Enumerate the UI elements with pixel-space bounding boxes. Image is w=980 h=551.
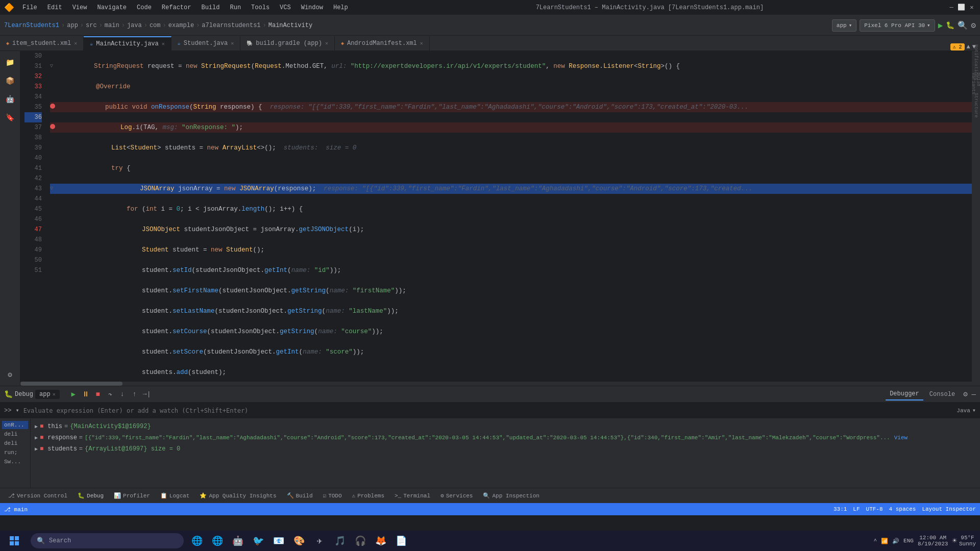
todo-btn[interactable]: ☑ TODO: [319, 490, 346, 502]
menu-tools[interactable]: Tools: [247, 3, 274, 12]
scroll-up-icon[interactable]: ▲: [967, 43, 970, 51]
settings-icon[interactable]: ⚙: [971, 20, 976, 31]
line-ending[interactable]: LF: [853, 506, 860, 512]
step-out-button[interactable]: ↑: [129, 389, 140, 400]
tab-close-icon[interactable]: ✕: [420, 40, 423, 46]
breadcrumb-example[interactable]: example: [168, 22, 194, 29]
breadcrumb-main[interactable]: main: [105, 22, 119, 29]
breadcrumb-app[interactable]: app: [67, 22, 78, 29]
indent[interactable]: 4 spaces: [889, 506, 916, 512]
sidebar-project-icon[interactable]: 📁: [3, 55, 17, 69]
terminal-btn[interactable]: >_ Terminal: [390, 490, 434, 502]
services-btn[interactable]: ⚙ Services: [436, 490, 477, 502]
stack-frame-deli2[interactable]: deli: [2, 439, 28, 447]
taskbar-app-android[interactable]: 🤖: [229, 532, 247, 550]
breadcrumb-project[interactable]: 7LearnStudents1: [4, 22, 59, 29]
code-editor[interactable]: 30 31 32 33 34 35 36 37 38 39 40 41 42 4…: [20, 51, 972, 386]
tab-build-gradle[interactable]: 🐘 build.gradle (app) ✕: [240, 36, 335, 51]
step-into-button[interactable]: ↓: [117, 389, 128, 400]
taskbar-app-chrome[interactable]: 🌐: [208, 532, 227, 550]
version-control-btn[interactable]: ⎇ Version Control: [4, 490, 71, 502]
expand-icon[interactable]: ▶: [35, 435, 38, 441]
debug-settings-icon[interactable]: ⚙: [963, 390, 967, 398]
minimize-button[interactable]: —: [947, 4, 955, 12]
breadcrumb-com[interactable]: com: [150, 22, 161, 29]
breadcrumb-package[interactable]: a7learnstudents1: [202, 22, 260, 29]
debug-run-button[interactable]: 🐛: [946, 21, 954, 30]
menu-build[interactable]: Build: [197, 3, 224, 12]
tab-close-icon[interactable]: ✕: [162, 41, 165, 47]
sidebar-structure-icon[interactable]: ⚙: [3, 367, 17, 382]
menu-run[interactable]: Run: [226, 3, 245, 12]
git-branch[interactable]: ⎇ main: [4, 506, 28, 513]
view-link[interactable]: View: [894, 435, 908, 441]
system-clock[interactable]: 12:00 AM 8/19/2023: [918, 535, 948, 547]
stack-frame-sw[interactable]: Sw...: [2, 458, 28, 466]
lang-indicator[interactable]: ENG: [903, 538, 914, 544]
build-btn[interactable]: 🔨 Build: [283, 490, 317, 502]
sidebar-android-icon[interactable]: 🤖: [3, 92, 17, 106]
breadcrumb-class[interactable]: MainActivity: [268, 22, 312, 29]
menu-window[interactable]: Window: [297, 3, 327, 12]
menu-help[interactable]: Help: [329, 3, 352, 12]
volume-icon[interactable]: 🔊: [892, 538, 899, 544]
maximize-button[interactable]: ⬜: [958, 4, 966, 12]
console-tab[interactable]: Console: [925, 389, 959, 400]
resume-button[interactable]: ▶: [68, 389, 79, 400]
logcat-btn[interactable]: 📋 Logcat: [156, 490, 194, 502]
sidebar-resource-icon[interactable]: 📦: [3, 73, 17, 88]
taskbar-app-mail[interactable]: 📧: [270, 532, 288, 550]
taskbar-search[interactable]: 🔍 Search: [31, 533, 184, 548]
start-button[interactable]: [4, 533, 24, 549]
tab-close-icon[interactable]: ✕: [74, 40, 77, 46]
problems-btn[interactable]: ⚠ Problems: [348, 490, 388, 502]
expand-icon[interactable]: ▶: [35, 446, 38, 452]
up-arrow-icon[interactable]: ^: [874, 538, 877, 544]
run-to-cursor-button[interactable]: →|: [141, 389, 153, 400]
network-icon[interactable]: 📶: [881, 538, 888, 544]
tab-student-java[interactable]: ☕ Student.java ✕: [172, 36, 240, 51]
run-button[interactable]: ▶: [938, 20, 943, 31]
sidebar-bookmark-icon[interactable]: 🔖: [3, 110, 17, 124]
var-row-response[interactable]: ▶ ■ response = [{"id":339,"first_name":"…: [35, 432, 976, 443]
app-quality-btn[interactable]: ⭐ App Quality Insights: [195, 490, 280, 502]
tab-close-icon[interactable]: ✕: [231, 40, 234, 46]
debug-app-tab[interactable]: app ✕: [35, 390, 60, 399]
step-over-button[interactable]: ↷: [105, 389, 116, 400]
search-icon[interactable]: 🔍: [958, 20, 968, 31]
debug-tab-close[interactable]: ✕: [53, 391, 56, 397]
menu-navigate[interactable]: Navigate: [93, 3, 131, 12]
build-variants-icon[interactable]: Build Variants: [972, 73, 979, 94]
horizontal-scrollbar[interactable]: [20, 382, 972, 386]
breadcrumb-java[interactable]: java: [127, 22, 142, 29]
menu-refactor[interactable]: Refactor: [158, 3, 195, 12]
debugger-tab[interactable]: Debugger: [886, 388, 923, 400]
expand-icon[interactable]: ▶: [35, 423, 38, 430]
tab-item-student-xml[interactable]: ◈ item_student.xml ✕: [0, 36, 84, 51]
stop-button[interactable]: ■: [92, 389, 104, 400]
tab-android-manifest[interactable]: ◈ AndroidManifest.xml ✕: [335, 36, 430, 51]
profiler-btn[interactable]: 📊 Profiler: [110, 490, 154, 502]
notifications-panel-icon[interactable]: Notifications: [972, 52, 979, 72]
taskbar-app-canary[interactable]: 🐦: [249, 532, 267, 550]
app-inspection-btn[interactable]: 🔍 App Inspection: [479, 490, 543, 502]
run-config-btn[interactable]: app ▾: [832, 19, 856, 32]
menu-view[interactable]: View: [68, 3, 91, 12]
stack-frame-onr[interactable]: onR...: [2, 421, 28, 429]
debug-minimize-icon[interactable]: —: [972, 390, 976, 398]
cursor-position[interactable]: 33:1: [834, 506, 847, 512]
menu-code[interactable]: Code: [133, 3, 156, 12]
encoding[interactable]: UTF-8: [866, 506, 883, 512]
debug-btn[interactable]: 🐛 Debug: [74, 490, 108, 502]
taskbar-app-telegram[interactable]: ✈: [310, 532, 329, 550]
layout-inspector[interactable]: Layout Inspector: [922, 506, 976, 512]
taskbar-app-paint[interactable]: 🎨: [290, 532, 308, 550]
menu-vcs[interactable]: VCS: [276, 3, 295, 12]
breadcrumb-src[interactable]: src: [86, 22, 97, 29]
pause-button[interactable]: ⏸: [80, 389, 91, 400]
stack-frame-run[interactable]: run;: [2, 448, 28, 457]
menu-file[interactable]: File: [18, 3, 41, 12]
menu-edit[interactable]: Edit: [43, 3, 66, 12]
device-btn[interactable]: Pixel 6 Pro API 30 ▾: [860, 19, 935, 32]
taskbar-app-firefox[interactable]: 🦊: [372, 532, 390, 550]
